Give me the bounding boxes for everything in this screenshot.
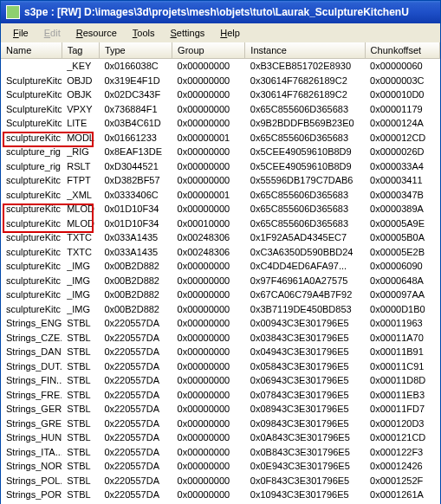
cell-type: 0x00B2D882 xyxy=(99,259,172,274)
table-row[interactable]: sculptureKitc...TXTC0x033A14350x00248306… xyxy=(1,230,440,245)
table-header-row: Name Tag Type Group Instance Chunkoffset xyxy=(1,42,440,59)
cell-type: 0x736884F1 xyxy=(99,102,172,117)
titlebar[interactable]: s3pe : [RW] D:\images\3d\projets\mesh\ob… xyxy=(1,1,440,23)
table-row[interactable]: Strings_POL...STBL0x220557DA0x000000000x… xyxy=(1,474,440,488)
cell-group: 0x00000000 xyxy=(172,402,245,417)
listview[interactable]: Name Tag Type Group Instance Chunkoffset… xyxy=(1,42,440,504)
table-row[interactable]: Strings_CZE...STBL0x220557DA0x000000000x… xyxy=(1,331,440,346)
cell-chunk: 0x000033A4 xyxy=(365,159,439,174)
table-row[interactable]: Strings_DUT...STBL0x220557DA0x000000000x… xyxy=(1,359,440,374)
cell-chunk: 0x0001261A xyxy=(365,488,439,502)
cell-instance: 0xC4DD4ED6AFA97... xyxy=(245,259,365,274)
cell-chunk: 0x00003411 xyxy=(365,173,439,188)
cell-tag: STBL xyxy=(62,345,99,359)
col-tag[interactable]: Tag xyxy=(62,42,99,59)
table-row[interactable]: Strings_GRE...STBL0x220557DA0x000000000x… xyxy=(1,417,440,431)
table-row[interactable]: sculptureKitc..._XML0x0333406C0x00000001… xyxy=(1,188,440,203)
col-group[interactable]: Group xyxy=(172,42,245,59)
table-row[interactable]: SculptureKitc...LITE0x03B4C61D0x00000000… xyxy=(1,116,440,131)
cell-tag: _IMG xyxy=(62,259,99,274)
col-name[interactable]: Name xyxy=(1,42,62,59)
cell-instance: 0x05843C3E301796E5 xyxy=(245,359,365,374)
cell-name: Strings_GRE... xyxy=(1,417,62,431)
table-row[interactable]: Strings_NOR...STBL0x220557DA0x000000000x… xyxy=(1,459,440,474)
table-row[interactable]: _KEY0x0166038C0x000000000xB3CEB851702E89… xyxy=(1,59,440,74)
menu-tools[interactable]: Tools xyxy=(126,26,162,40)
cell-type: 0x01D10F34 xyxy=(99,202,172,216)
cell-group: 0x00000000 xyxy=(172,359,245,374)
cell-instance: 0x65C855606D365683 xyxy=(245,202,365,216)
cell-type: 0x01D10F34 xyxy=(99,216,172,231)
cell-type: 0x319E4F1D xyxy=(99,74,172,88)
cell-type: 0x220557DA xyxy=(99,373,172,388)
table-row[interactable]: Strings_GER...STBL0x220557DA0x000000000x… xyxy=(1,402,440,417)
cell-instance: 0x65C855606D365683 xyxy=(245,216,365,231)
cell-name: Strings_CZE... xyxy=(1,331,62,346)
cell-type: 0x220557DA xyxy=(99,316,172,331)
table-row[interactable]: sculpture_rigRSLT0xD30445210x000000000x5… xyxy=(1,159,440,174)
cell-type: 0x220557DA xyxy=(99,359,172,374)
menu-resource[interactable]: Resource xyxy=(69,26,124,40)
titlebar-text: s3pe : [RW] D:\images\3d\projets\mesh\ob… xyxy=(24,6,409,18)
cell-chunk: 0x000121CD xyxy=(365,430,439,445)
cell-chunk: 0x0000347B xyxy=(365,188,439,203)
table-row[interactable]: sculptureKitc...FTPT0xD382BF570x00000000… xyxy=(1,173,440,188)
col-instance[interactable]: Instance xyxy=(245,42,365,59)
cell-type: 0x00B2D882 xyxy=(99,288,172,302)
table-row[interactable]: sculptureKitc..._IMG0x00B2D8820x00000000… xyxy=(1,259,440,274)
cell-tag: STBL xyxy=(62,373,99,388)
table-row[interactable]: SculptureKitc...OBJK0x02DC343F0x00000000… xyxy=(1,87,440,102)
table-row[interactable]: sculpture_rig_RIG0x8EAF13DE0x000000000x5… xyxy=(1,145,440,159)
cell-group: 0x00000000 xyxy=(172,274,245,288)
cell-instance: 0x0A843C3E301796E5 xyxy=(245,430,365,445)
cell-type: 0x220557DA xyxy=(99,488,172,502)
cell-name: sculptureKitc... xyxy=(1,274,62,288)
table-row[interactable]: sculptureKitc...TXTC0x033A14350x00248306… xyxy=(1,245,440,260)
table-row[interactable]: Strings_POR...STBL0x220557DA0x000000000x… xyxy=(1,488,440,502)
cell-tag: FTPT xyxy=(62,173,99,188)
table-row[interactable]: Strings_FRE...STBL0x220557DA0x000000000x… xyxy=(1,388,440,403)
cell-group: 0x00000000 xyxy=(172,159,245,174)
cell-name: Strings_NOR... xyxy=(1,459,62,474)
cell-tag: STBL xyxy=(62,488,99,502)
menubar: File Edit Resource Tools Settings Help xyxy=(1,23,440,42)
menu-file[interactable]: File xyxy=(6,26,36,40)
cell-chunk: 0x00011EB3 xyxy=(365,388,439,403)
table-row[interactable]: sculptureKitc...MLOD0x01D10F340x00010000… xyxy=(1,216,440,231)
cell-chunk: 0x00005B0A xyxy=(365,230,439,245)
table-row[interactable]: sculptureKitc..._IMG0x00B2D8820x00000000… xyxy=(1,288,440,302)
resource-table: Name Tag Type Group Instance Chunkoffset… xyxy=(1,42,440,504)
cell-type: 0x220557DA xyxy=(99,445,172,460)
table-row[interactable]: Strings_ITA...STBL0x220557DA0x000000000x… xyxy=(1,445,440,460)
cell-type: 0x02DC343F xyxy=(99,87,172,102)
cell-tag: TXTC xyxy=(62,245,99,260)
cell-name: Strings_GER... xyxy=(1,402,62,417)
table-row[interactable]: sculptureKitc...MODL0x016612330x00000001… xyxy=(1,131,440,145)
menu-help[interactable]: Help xyxy=(213,26,247,40)
table-row[interactable]: Strings_HUN...STBL0x220557DA0x000000000x… xyxy=(1,430,440,445)
table-row[interactable]: sculptureKitc...MLOD0x01D10F340x00000000… xyxy=(1,202,440,216)
cell-chunk: 0x000120D3 xyxy=(365,417,439,431)
cell-group: 0x00000000 xyxy=(172,102,245,117)
table-row[interactable]: SculptureKitc...VPXY0x736884F10x00000000… xyxy=(1,102,440,117)
table-row[interactable]: sculptureKitc..._IMG0x00B2D8820x00000000… xyxy=(1,274,440,288)
cell-chunk: 0x00011A70 xyxy=(365,331,439,346)
col-type[interactable]: Type xyxy=(99,42,172,59)
table-row[interactable]: Strings_ENG...STBL0x220557DA0x000000000x… xyxy=(1,316,440,331)
cell-tag: STBL xyxy=(62,417,99,431)
cell-type: 0x00B2D882 xyxy=(99,274,172,288)
table-row[interactable]: SculptureKitc...OBJD0x319E4F1D0x00000000… xyxy=(1,74,440,88)
cell-name: sculptureKitc... xyxy=(1,216,62,231)
cell-group: 0x00000000 xyxy=(172,116,245,131)
cell-tag: STBL xyxy=(62,430,99,445)
cell-group: 0x00000000 xyxy=(172,87,245,102)
cell-instance: 0x04943C3E301796E5 xyxy=(245,345,365,359)
table-row[interactable]: sculptureKitc..._IMG0x00B2D8820x00000000… xyxy=(1,302,440,317)
cell-chunk: 0x000097AA xyxy=(365,288,439,302)
menu-settings[interactable]: Settings xyxy=(164,26,212,40)
col-chunkoffset[interactable]: Chunkoffset xyxy=(365,42,439,59)
table-row[interactable]: Strings_DAN...STBL0x220557DA0x000000000x… xyxy=(1,345,440,359)
table-row[interactable]: Strings_FIN...STBL0x220557DA0x000000000x… xyxy=(1,373,440,388)
cell-group: 0x00000000 xyxy=(172,288,245,302)
cell-chunk: 0x0001252F xyxy=(365,474,439,488)
